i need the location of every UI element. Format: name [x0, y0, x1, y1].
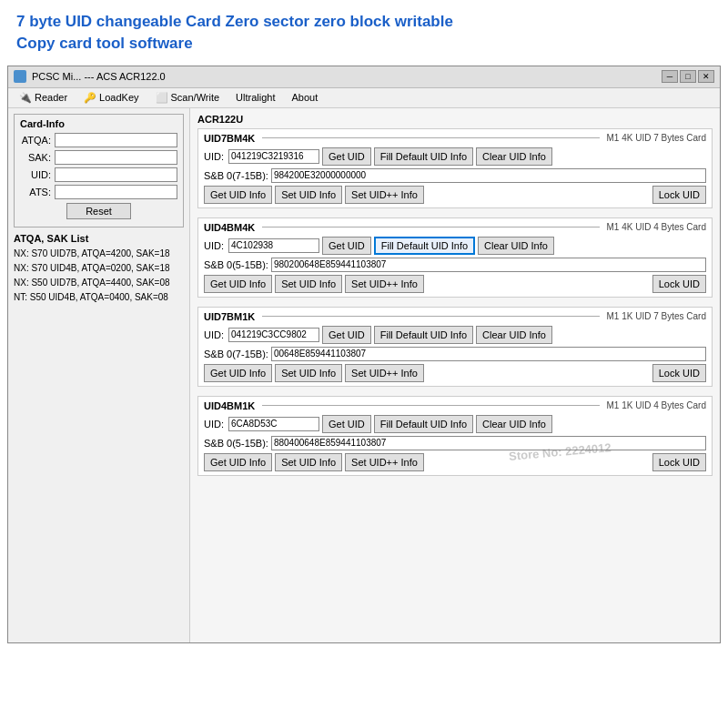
card-section-uid7bm1k: UID7BM1K M1 1K UID 7 Bytes Card UID: Get… [197, 307, 713, 387]
lock-uid-button[interactable]: Lock UID [652, 186, 706, 204]
section-divider [262, 316, 599, 317]
atqa-field-row: ATQA: [20, 133, 177, 147]
card-info-label: Card-Info [20, 118, 177, 129]
uid-value-input[interactable] [228, 328, 319, 342]
lock-uid-button[interactable]: Lock UID [652, 275, 706, 293]
set-uid-pp-button[interactable]: Set UID++ Info [345, 275, 424, 293]
uid-value-input[interactable] [228, 238, 319, 253]
action-btn-row-uid7bm1k: Get UID Info Set UID Info Set UID++ Info… [204, 364, 706, 382]
sak-field-row: SAK: [20, 150, 177, 165]
section-divider [262, 137, 599, 138]
ats-label: ATS: [20, 187, 51, 197]
uid-input[interactable] [55, 167, 177, 182]
atqa-sak-list-item: NX: S70 UID7B, ATQA=4200, SAK=18 [14, 247, 184, 261]
set-uid-info-button[interactable]: Set UID Info [275, 364, 342, 382]
card-info-group: Card-Info ATQA: SAK: UID: ATS: Reset [14, 114, 184, 228]
uid-row-uid7bm4k: UID: Get UID Fill Default UID Info Clear… [204, 147, 706, 166]
sab-input[interactable] [271, 436, 706, 450]
ats-input[interactable] [55, 185, 177, 199]
uid-value-input[interactable] [228, 149, 319, 164]
section-header-uid7bm4k: UID7BM4K M1 4K UID 7 Bytes Card [204, 133, 706, 144]
get-uid-button[interactable]: Get UID [322, 237, 371, 255]
lock-uid-button[interactable]: Lock UID [652, 453, 706, 471]
menu-ultralight[interactable]: Ultralight [228, 90, 282, 105]
section-name: UID4BM4K [204, 222, 255, 233]
minimize-button[interactable]: ─ [662, 70, 678, 83]
window-title: PCSC Mi... --- ACS ACR122.0 [32, 71, 166, 82]
sab-input[interactable] [271, 168, 706, 183]
clear-uid-button[interactable]: Clear UID Info [478, 237, 554, 255]
uid-value-input[interactable] [228, 417, 319, 431]
fill-default-uid-button[interactable]: Fill Default UID Info [374, 147, 473, 166]
menu-about[interactable]: About [285, 90, 326, 105]
menu-scan-write[interactable]: ⬜ Scan/Write [148, 90, 228, 106]
atqa-sak-title: ATQA, SAK List [14, 233, 184, 244]
sab-input[interactable] [271, 347, 706, 361]
get-uid-info-button[interactable]: Get UID Info [204, 186, 272, 204]
section-name: UID7BM1K [204, 311, 255, 322]
set-uid-pp-button[interactable]: Set UID++ Info [345, 453, 424, 471]
card-section-uid7bm4k: UID7BM4K M1 4K UID 7 Bytes Card UID: Get… [197, 128, 713, 208]
sab-input[interactable] [271, 258, 706, 272]
set-uid-info-button[interactable]: Set UID Info [275, 453, 342, 471]
atqa-input[interactable] [55, 133, 177, 147]
menu-loadkey[interactable]: 🔑 LoadKey [76, 90, 146, 106]
section-header-uid7bm1k: UID7BM1K M1 1K UID 7 Bytes Card [204, 311, 706, 322]
section-desc: M1 1K UID 7 Bytes Card [607, 311, 706, 321]
reader-icon: 🔌 [19, 92, 32, 104]
atqa-sak-list-item: NT: S50 UID4B, ATQA=0400, SAK=08 [14, 290, 184, 305]
get-uid-button[interactable]: Get UID [322, 415, 371, 433]
app-icon [14, 70, 26, 83]
app-window: PCSC Mi... --- ACS ACR122.0 ─ □ ✕ 🔌 Read… [7, 66, 721, 643]
section-desc: M1 4K UID 7 Bytes Card [607, 133, 706, 143]
uid-row-uid7bm1k: UID: Get UID Fill Default UID Info Clear… [204, 326, 706, 344]
sab-row-uid7bm1k: S&B 0(7-15B): [204, 347, 706, 361]
right-panel: ACR122U UID7BM4K M1 4K UID 7 Bytes Card … [190, 108, 720, 642]
uid-field-label: UID: [204, 419, 226, 430]
atqa-sak-list-item: NX: S70 UID4B, ATQA=0200, SAK=18 [14, 261, 184, 276]
uid-field-label: UID: [204, 151, 226, 162]
set-uid-pp-button[interactable]: Set UID++ Info [345, 364, 424, 382]
clear-uid-button[interactable]: Clear UID Info [476, 326, 552, 344]
get-uid-info-button[interactable]: Get UID Info [204, 275, 272, 293]
fill-default-uid-button[interactable]: Fill Default UID Info [374, 326, 473, 344]
action-btn-row-uid4bm4k: Get UID Info Set UID Info Set UID++ Info… [204, 275, 706, 293]
lock-uid-button[interactable]: Lock UID [652, 364, 706, 382]
fill-default-uid-button[interactable]: Fill Default UID Info [374, 237, 475, 255]
sak-input[interactable] [55, 150, 177, 165]
window-controls: ─ □ ✕ [662, 70, 714, 83]
get-uid-info-button[interactable]: Get UID Info [204, 453, 272, 471]
maximize-button[interactable]: □ [680, 70, 696, 83]
sab-label: S&B 0(5-15B): [204, 438, 268, 449]
uid-field-row: UID: [20, 167, 177, 182]
section-divider [262, 405, 599, 406]
main-title: 7 byte UID changeable Card Zero sector z… [16, 11, 712, 55]
set-uid-info-button[interactable]: Set UID Info [275, 275, 342, 293]
sab-label: S&B 0(5-15B): [204, 259, 268, 270]
left-panel: Card-Info ATQA: SAK: UID: ATS: Reset [8, 108, 190, 642]
menu-reader[interactable]: 🔌 Reader [12, 90, 75, 106]
atqa-sak-list-item: NX: S50 UID7B, ATQA=4400, SAK=08 [14, 276, 184, 290]
section-divider [262, 227, 599, 228]
clear-uid-button[interactable]: Clear UID Info [476, 147, 552, 166]
atqa-label: ATQA: [20, 135, 51, 146]
reset-button[interactable]: Reset [66, 203, 131, 219]
card-section-uid4bm4k: UID4BM4K M1 4K UID 4 Bytes Card UID: Get… [197, 217, 713, 298]
fill-default-uid-button[interactable]: Fill Default UID Info [374, 415, 473, 433]
section-name: UID7BM4K [204, 133, 255, 144]
close-button[interactable]: ✕ [698, 70, 714, 83]
set-uid-info-button[interactable]: Set UID Info [275, 186, 342, 204]
get-uid-button[interactable]: Get UID [322, 147, 371, 166]
sab-row-uid7bm4k: S&B 0(7-15B): [204, 168, 706, 183]
get-uid-info-button[interactable]: Get UID Info [204, 364, 272, 382]
card-section-uid4bm1k: UID4BM1K M1 1K UID 4 Bytes Card UID: Get… [197, 396, 713, 476]
sak-label: SAK: [20, 152, 51, 163]
title-bar: PCSC Mi... --- ACS ACR122.0 ─ □ ✕ [8, 66, 720, 88]
get-uid-button[interactable]: Get UID [322, 326, 371, 344]
section-header-uid4bm1k: UID4BM1K M1 1K UID 4 Bytes Card [204, 400, 706, 411]
uid-field-label: UID: [204, 240, 226, 251]
clear-uid-button[interactable]: Clear UID Info [476, 415, 552, 433]
atqa-sak-section: ATQA, SAK List NX: S70 UID7B, ATQA=4200,… [14, 233, 184, 305]
acr-label: ACR122U [197, 114, 713, 125]
set-uid-pp-button[interactable]: Set UID++ Info [345, 186, 424, 204]
